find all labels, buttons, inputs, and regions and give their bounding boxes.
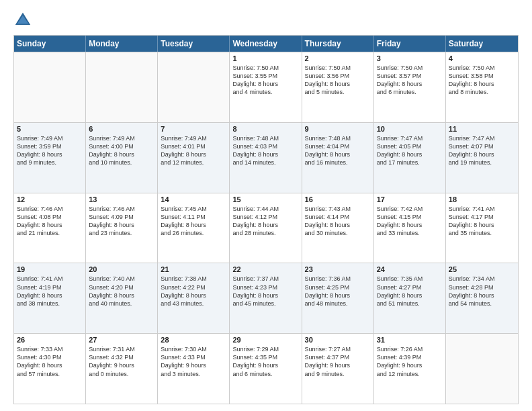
cell-info: Daylight: 8 hours xyxy=(161,221,226,229)
cell-info: Sunrise: 7:36 AM xyxy=(305,275,371,283)
calendar-cell xyxy=(446,334,518,404)
day-number: 5 xyxy=(17,125,83,133)
cell-info: Sunset: 4:08 PM xyxy=(17,213,83,221)
cell-info: Daylight: 8 hours xyxy=(305,291,371,300)
calendar-cell: 31Sunrise: 7:26 AMSunset: 4:39 PMDayligh… xyxy=(374,334,446,404)
cell-info: Daylight: 8 hours xyxy=(232,80,298,88)
calendar-cell: 10Sunrise: 7:47 AMSunset: 4:05 PMDayligh… xyxy=(374,123,446,193)
day-number: 9 xyxy=(305,125,371,133)
cell-info: and 23 minutes. xyxy=(89,229,154,237)
cell-info: Sunrise: 7:42 AM xyxy=(377,205,443,213)
cell-info: Sunset: 4:27 PM xyxy=(377,283,443,291)
header-cell-tuesday: Tuesday xyxy=(158,36,230,52)
cell-info: Daylight: 9 hours xyxy=(161,361,226,369)
cell-info: and 38 minutes. xyxy=(17,300,83,308)
cell-info: Sunset: 4:04 PM xyxy=(305,142,371,150)
cell-info: Sunset: 4:20 PM xyxy=(89,283,154,291)
cell-info: Sunrise: 7:41 AM xyxy=(17,275,83,283)
cell-info: Sunset: 4:35 PM xyxy=(232,353,298,361)
cell-info: Daylight: 8 hours xyxy=(89,150,154,158)
cell-info: Daylight: 8 hours xyxy=(17,361,83,369)
cell-info: Sunset: 4:19 PM xyxy=(17,283,83,291)
cell-info: and 5 minutes. xyxy=(305,88,371,96)
cell-info: Daylight: 8 hours xyxy=(232,291,298,300)
cell-info: Sunrise: 7:49 AM xyxy=(161,134,226,142)
cell-info: Sunrise: 7:43 AM xyxy=(305,205,371,213)
calendar-cell: 22Sunrise: 7:37 AMSunset: 4:23 PMDayligh… xyxy=(230,263,302,333)
day-number: 20 xyxy=(89,265,154,273)
cell-info: Sunset: 4:32 PM xyxy=(89,353,154,361)
cell-info: Sunset: 4:37 PM xyxy=(305,353,371,361)
day-number: 7 xyxy=(161,125,226,133)
calendar-cell: 20Sunrise: 7:40 AMSunset: 4:20 PMDayligh… xyxy=(86,263,158,333)
header xyxy=(13,11,519,30)
calendar-cell: 26Sunrise: 7:33 AMSunset: 4:30 PMDayligh… xyxy=(14,334,86,404)
cell-info: Daylight: 8 hours xyxy=(449,291,515,300)
day-number: 26 xyxy=(17,336,83,344)
day-number: 17 xyxy=(377,195,443,203)
day-number: 15 xyxy=(232,195,298,203)
header-cell-saturday: Saturday xyxy=(446,36,518,52)
day-number: 10 xyxy=(377,125,443,133)
cell-info: Sunrise: 7:37 AM xyxy=(232,275,298,283)
cell-info: and 9 minutes. xyxy=(305,370,371,378)
cell-info: Daylight: 9 hours xyxy=(377,361,443,369)
cell-info: Sunrise: 7:49 AM xyxy=(89,134,154,142)
cell-info: and 8 minutes. xyxy=(449,88,515,96)
calendar-cell: 25Sunrise: 7:34 AMSunset: 4:28 PMDayligh… xyxy=(446,263,518,333)
calendar-cell: 13Sunrise: 7:46 AMSunset: 4:09 PMDayligh… xyxy=(86,193,158,263)
day-number: 16 xyxy=(305,195,371,203)
cell-info: Sunset: 4:22 PM xyxy=(161,283,226,291)
cell-info: Daylight: 8 hours xyxy=(89,221,154,229)
cell-info: Sunset: 3:58 PM xyxy=(449,72,515,80)
cell-info: Sunrise: 7:50 AM xyxy=(377,64,443,72)
cell-info: Sunset: 4:12 PM xyxy=(232,213,298,221)
day-number: 4 xyxy=(449,54,515,62)
cell-info: Daylight: 8 hours xyxy=(377,221,443,229)
cell-info: Sunrise: 7:41 AM xyxy=(449,205,515,213)
cell-info: Sunrise: 7:40 AM xyxy=(89,275,154,283)
cell-info: Daylight: 9 hours xyxy=(89,361,154,369)
calendar-cell: 21Sunrise: 7:38 AMSunset: 4:22 PMDayligh… xyxy=(158,263,230,333)
cell-info: Daylight: 8 hours xyxy=(449,80,515,88)
cell-info: and 9 minutes. xyxy=(17,158,83,167)
cell-info: Sunrise: 7:34 AM xyxy=(449,275,515,283)
cell-info: and 17 minutes. xyxy=(377,158,443,167)
cell-info: Sunrise: 7:33 AM xyxy=(17,345,83,353)
cell-info: Daylight: 8 hours xyxy=(17,150,83,158)
calendar-cell: 3Sunrise: 7:50 AMSunset: 3:57 PMDaylight… xyxy=(374,52,446,122)
calendar-row: 5Sunrise: 7:49 AMSunset: 3:59 PMDaylight… xyxy=(14,122,518,193)
cell-info: Sunrise: 7:50 AM xyxy=(305,64,371,72)
calendar-cell: 7Sunrise: 7:49 AMSunset: 4:01 PMDaylight… xyxy=(158,123,230,193)
day-number: 23 xyxy=(305,265,371,273)
cell-info: and 35 minutes. xyxy=(449,229,515,237)
cell-info: Sunrise: 7:35 AM xyxy=(377,275,443,283)
calendar-cell: 4Sunrise: 7:50 AMSunset: 3:58 PMDaylight… xyxy=(446,52,518,122)
cell-info: Sunset: 4:01 PM xyxy=(161,142,226,150)
day-number: 3 xyxy=(377,54,443,62)
cell-info: Sunset: 4:25 PM xyxy=(305,283,371,291)
cell-info: and 16 minutes. xyxy=(305,158,371,167)
calendar-cell: 28Sunrise: 7:30 AMSunset: 4:33 PMDayligh… xyxy=(158,334,230,404)
calendar-cell xyxy=(14,52,86,122)
cell-info: Sunset: 4:09 PM xyxy=(89,213,154,221)
cell-info: Daylight: 8 hours xyxy=(232,150,298,158)
day-number: 31 xyxy=(377,336,443,344)
calendar-header: SundayMondayTuesdayWednesdayThursdayFrid… xyxy=(14,36,518,52)
cell-info: Sunset: 4:15 PM xyxy=(377,213,443,221)
cell-info: Daylight: 8 hours xyxy=(161,291,226,300)
cell-info: Sunset: 4:28 PM xyxy=(449,283,515,291)
cell-info: and 12 minutes. xyxy=(377,370,443,378)
cell-info: and 6 minutes. xyxy=(377,88,443,96)
cell-info: and 0 minutes. xyxy=(89,370,154,378)
cell-info: and 21 minutes. xyxy=(17,229,83,237)
calendar-cell: 23Sunrise: 7:36 AMSunset: 4:25 PMDayligh… xyxy=(302,263,374,333)
calendar-cell: 11Sunrise: 7:47 AMSunset: 4:07 PMDayligh… xyxy=(446,123,518,193)
cell-info: Sunset: 3:57 PM xyxy=(377,72,443,80)
cell-info: and 14 minutes. xyxy=(232,158,298,167)
cell-info: Daylight: 8 hours xyxy=(17,291,83,300)
cell-info: Sunset: 4:11 PM xyxy=(161,213,226,221)
calendar-cell: 29Sunrise: 7:29 AMSunset: 4:35 PMDayligh… xyxy=(230,334,302,404)
cell-info: and 40 minutes. xyxy=(89,300,154,308)
cell-info: Sunrise: 7:44 AM xyxy=(232,205,298,213)
